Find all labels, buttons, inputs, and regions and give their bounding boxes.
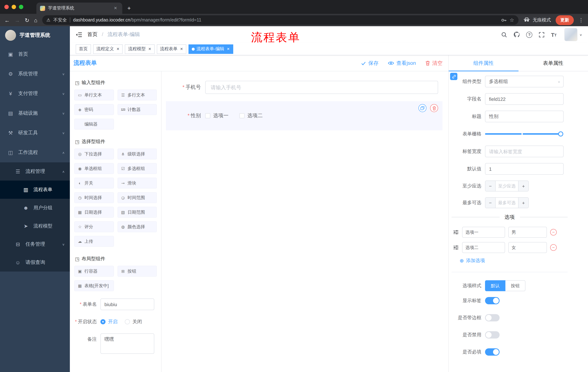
remove-option-button[interactable]: −	[550, 229, 557, 235]
sidebar-item-system-management[interactable]: ⚙ 系统管理 ∨	[0, 64, 70, 84]
increase-button[interactable]: +	[518, 198, 528, 208]
add-option-button[interactable]: ⊕ 添加选项	[460, 257, 588, 264]
component-item[interactable]: 123计数器	[117, 104, 157, 115]
component-item[interactable]: ◷时间选择	[74, 192, 114, 203]
breadcrumb-home[interactable]: 首页	[87, 31, 97, 37]
tag-process-form-edit[interactable]: 流程表单-编辑✕	[189, 44, 233, 54]
home-icon[interactable]: ⌂	[34, 17, 37, 23]
tag-process-definition[interactable]: 流程定义✕	[93, 44, 123, 54]
component-item[interactable]: ▦日期选择	[74, 207, 114, 218]
component-item[interactable]: ☆评分	[74, 221, 114, 232]
close-icon[interactable]: ✕	[116, 47, 119, 51]
decrease-button[interactable]: −	[485, 198, 496, 208]
tab-form-props[interactable]: 表单属性	[518, 55, 588, 71]
component-item[interactable]: ☑多选框组	[117, 163, 157, 174]
component-item[interactable]: ▭单行文本	[74, 90, 114, 100]
address-bar[interactable]: ⚠ 不安全 dashboard.yudao.iocoder.cn/bpm/man…	[42, 15, 518, 25]
field-name-input[interactable]	[485, 93, 564, 105]
component-item[interactable]: ▣行容器	[74, 266, 114, 277]
forward-icon[interactable]: →	[15, 17, 20, 23]
border-switch[interactable]	[485, 314, 500, 321]
max-select-input[interactable]	[496, 198, 518, 208]
phone-input[interactable]	[205, 81, 438, 94]
component-item[interactable]: ⊞按钮	[117, 266, 157, 277]
search-icon[interactable]	[501, 32, 507, 38]
browser-tab[interactable]: 芋道管理系统 ✕	[36, 2, 122, 14]
sidebar-item-process-form[interactable]: ▥ 流程表单	[0, 181, 70, 199]
security-label[interactable]: 不安全	[53, 17, 67, 23]
sidebar-item-leave-query[interactable]: ☺ 请假查询	[0, 253, 70, 272]
font-size-icon[interactable]: TT	[551, 32, 557, 37]
label-width-input[interactable]	[485, 146, 564, 157]
component-item[interactable]: ▦表格[开发中]	[74, 280, 114, 291]
option-label-input[interactable]	[462, 242, 505, 253]
reload-icon[interactable]: ↻	[25, 17, 29, 23]
tab-close-icon[interactable]: ✕	[112, 5, 119, 11]
update-button[interactable]: 更新	[556, 15, 574, 25]
component-item[interactable]: ▧日期范围	[117, 207, 157, 218]
tag-process-model[interactable]: 流程模型✕	[125, 44, 155, 54]
default-value-input[interactable]	[485, 163, 564, 175]
component-item[interactable]: ☁上传	[74, 236, 114, 247]
option-value-input[interactable]	[508, 242, 547, 253]
disabled-switch[interactable]	[485, 331, 500, 339]
component-item[interactable]: ☰多行文本	[117, 90, 157, 100]
browser-menu-icon[interactable]: ⋮	[578, 17, 584, 23]
url-text[interactable]: dashboard.yudao.iocoder.cn/bpm/manager/f…	[73, 18, 498, 22]
increase-button[interactable]: +	[518, 181, 528, 191]
option-label-input[interactable]	[462, 227, 505, 238]
close-icon[interactable]: ✕	[148, 47, 151, 51]
clear-button[interactable]: 清空	[425, 60, 442, 66]
sidebar-item-user-group[interactable]: ☻ 用户分组	[0, 199, 70, 217]
close-window-button[interactable]	[4, 5, 9, 9]
bookmark-star-icon[interactable]: ☆	[510, 17, 514, 23]
remove-option-button[interactable]: −	[550, 244, 557, 251]
link-icon[interactable]	[450, 73, 457, 80]
maximize-window-button[interactable]	[19, 5, 23, 9]
sidebar-item-infrastructure[interactable]: ▤ 基础设施 ∨	[0, 103, 70, 123]
avatar[interactable]	[564, 28, 577, 41]
show-label-switch[interactable]	[485, 297, 500, 304]
component-type-select[interactable]: 多选框组 ∨	[485, 76, 564, 87]
github-icon[interactable]	[514, 31, 520, 38]
component-item[interactable]: ⊸滑块	[117, 178, 157, 189]
component-item[interactable]: ◶时间范围	[117, 192, 157, 203]
sidebar-toggle-icon[interactable]	[76, 32, 82, 37]
gender-field-row[interactable]: *性别 选项一 选项二	[166, 101, 442, 130]
component-item[interactable]: ◈密码	[74, 104, 114, 115]
sidebar-item-dev-tools[interactable]: ⚒ 研发工具 ∨	[0, 123, 70, 143]
component-item[interactable]: ◎下拉选择	[74, 149, 114, 159]
save-button[interactable]: 保存	[361, 60, 378, 66]
phone-field-row[interactable]: *手机号	[166, 77, 442, 97]
drag-handle-icon[interactable]	[453, 245, 459, 250]
style-default-button[interactable]: 默认	[485, 280, 505, 291]
user-menu[interactable]: ∨	[564, 28, 582, 41]
component-item[interactable]: ◉单选框组	[74, 163, 114, 174]
sidebar-item-payment-management[interactable]: ¥ 支付管理 ∨	[0, 84, 70, 103]
form-name-input[interactable]	[100, 298, 154, 310]
copy-field-button[interactable]	[419, 104, 426, 112]
option-value-input[interactable]	[508, 227, 547, 238]
tag-process-form[interactable]: 流程表单✕	[157, 44, 187, 54]
sidebar-item-task-management[interactable]: ⊟ 任务管理 ∨	[0, 235, 70, 253]
component-item[interactable]: ◐开关	[74, 178, 114, 189]
remark-textarea[interactable]: 嘿嘿	[100, 333, 154, 354]
style-button-button[interactable]: 按钮	[505, 280, 525, 291]
component-item[interactable]: ◍颜色选择	[117, 221, 157, 232]
drag-handle-icon[interactable]	[453, 230, 459, 235]
sidebar-item-workflow[interactable]: ◫ 工作流程 ∧	[0, 143, 70, 162]
tag-home[interactable]: 首页	[76, 44, 91, 54]
gender-option1-checkbox[interactable]: 选项一	[205, 112, 229, 119]
component-item[interactable]: 编辑器	[74, 119, 114, 130]
slider-handle[interactable]	[558, 131, 563, 137]
fullscreen-icon[interactable]	[539, 32, 545, 38]
title-input[interactable]	[485, 111, 564, 122]
status-on-radio[interactable]: 开启	[100, 319, 117, 325]
delete-field-button[interactable]	[430, 104, 438, 112]
view-json-button[interactable]: 查看json	[388, 60, 416, 66]
required-switch[interactable]	[485, 348, 500, 356]
key-icon[interactable]	[501, 17, 507, 23]
tab-component-props[interactable]: 组件属性	[449, 55, 518, 71]
sidebar-item-home[interactable]: ▣ 首页	[0, 44, 70, 64]
back-icon[interactable]: ←	[4, 17, 10, 23]
